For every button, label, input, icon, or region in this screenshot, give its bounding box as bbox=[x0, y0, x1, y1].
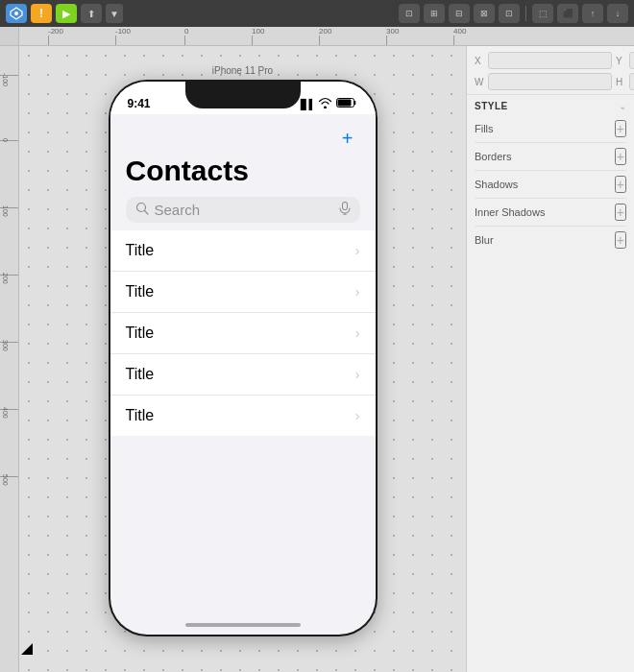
coord-y: Y bbox=[616, 52, 634, 69]
home-indicator bbox=[185, 623, 301, 627]
coord-h: H ⛓ ↻ bbox=[616, 73, 634, 90]
contacts-list: Title › Title › Title › bbox=[110, 230, 376, 436]
search-placeholder: Search bbox=[155, 202, 333, 218]
align-right-btn[interactable]: ⊟ bbox=[449, 4, 470, 23]
contact-title: Title bbox=[126, 242, 155, 259]
wifi-icon bbox=[318, 97, 332, 110]
distribute-h-btn[interactable]: ⊠ bbox=[474, 4, 495, 23]
chevron-right-icon: › bbox=[355, 325, 360, 341]
w-input[interactable] bbox=[488, 73, 612, 90]
phone-mockup-wrapper: iPhone 11 Pro 9:41 ▐▌▌ bbox=[109, 65, 378, 636]
view-dropdown[interactable]: ▼ bbox=[106, 4, 123, 23]
contacts-title: Contacts bbox=[126, 155, 360, 187]
shadows-label: Shadows bbox=[475, 179, 518, 190]
inner-shadows-add-button[interactable]: + bbox=[615, 204, 626, 221]
bring-forward-btn[interactable]: ↑ bbox=[582, 4, 603, 23]
contacts-header: + Contacts Search bbox=[110, 114, 376, 230]
contact-item[interactable]: Title › bbox=[110, 230, 376, 272]
w-label: W bbox=[475, 77, 484, 87]
borders-label: Borders bbox=[475, 151, 512, 162]
align-left-btn[interactable]: ⊡ bbox=[399, 4, 420, 23]
send-backward-btn[interactable]: ↓ bbox=[607, 4, 628, 23]
alert-icon: ! bbox=[39, 7, 43, 20]
contact-title: Title bbox=[126, 283, 155, 300]
app-content: + Contacts Search bbox=[110, 114, 376, 589]
style-title: STYLE bbox=[475, 101, 508, 111]
fills-label: Fills bbox=[475, 123, 494, 134]
chevron-right-icon: › bbox=[355, 367, 360, 382]
phone-bottom-area bbox=[110, 436, 376, 589]
main-area: -100 0 100 200 300 400 500 iPhone 11 Pro… bbox=[0, 46, 634, 672]
battery-icon bbox=[336, 97, 357, 110]
phone-inner: 9:41 ▐▌▌ bbox=[110, 82, 376, 635]
x-input[interactable] bbox=[488, 52, 612, 69]
contact-item[interactable]: Title › bbox=[110, 354, 376, 396]
inner-shadows-row: Inner Shadows + bbox=[475, 199, 626, 227]
microphone-icon bbox=[339, 202, 351, 218]
svg-rect-2 bbox=[338, 100, 352, 107]
toolbar-right: ⊡ ⊞ ⊟ ⊠ ⊡ ⬚ ⬛ ↑ ↓ bbox=[399, 4, 628, 23]
cursor bbox=[21, 643, 33, 655]
share-icon-btn[interactable]: ⬆ bbox=[81, 4, 102, 23]
play-icon-btn[interactable]: ▶ bbox=[56, 4, 77, 23]
contact-title: Title bbox=[126, 366, 155, 383]
x-label: X bbox=[475, 56, 484, 66]
chevron-right-icon: › bbox=[355, 243, 360, 258]
toolbar: ! ▶ ⬆ ▼ ⊡ ⊞ ⊟ ⊠ ⊡ ⬚ ⬛ ↑ ↓ bbox=[0, 0, 634, 27]
contact-item[interactable]: Title › bbox=[110, 396, 376, 436]
distribute-v-btn[interactable]: ⊡ bbox=[499, 4, 520, 23]
status-time: 9:41 bbox=[128, 97, 151, 110]
ruler-horizontal: -200 -100 0 100 200 300 400 bbox=[19, 27, 634, 46]
contacts-top-row: + bbox=[126, 126, 360, 151]
chevron-right-icon: › bbox=[355, 408, 360, 423]
fills-row: Fills + bbox=[475, 115, 626, 143]
ruler-vertical: -100 0 100 200 300 400 500 bbox=[0, 46, 19, 672]
contact-item[interactable]: Title › bbox=[110, 272, 376, 313]
fills-add-button[interactable]: + bbox=[615, 120, 626, 137]
h-input[interactable] bbox=[629, 73, 634, 90]
right-panel: X Y W H ⛓ ↻ STYLE ⌄ bbox=[466, 46, 634, 672]
sketch-icon-btn[interactable] bbox=[6, 4, 27, 23]
search-icon bbox=[135, 202, 149, 218]
phone-notch bbox=[185, 82, 301, 108]
canvas-area[interactable]: iPhone 11 Pro 9:41 ▐▌▌ bbox=[19, 46, 466, 672]
style-header: STYLE ⌄ bbox=[475, 101, 626, 111]
chevron-right-icon: › bbox=[355, 284, 360, 300]
y-input[interactable] bbox=[629, 52, 634, 69]
dropdown-label: ▼ bbox=[110, 9, 119, 19]
search-bar[interactable]: Search bbox=[126, 197, 360, 223]
alert-icon-btn[interactable]: ! bbox=[31, 4, 52, 23]
blur-add-button[interactable]: + bbox=[615, 231, 626, 249]
y-label: Y bbox=[616, 56, 625, 66]
blur-row: Blur + bbox=[475, 227, 626, 253]
coord-x: X bbox=[475, 52, 612, 69]
style-expand-icon[interactable]: ⌄ bbox=[619, 101, 626, 111]
contact-item[interactable]: Title › bbox=[110, 313, 376, 354]
play-icon: ▶ bbox=[62, 8, 70, 20]
ruler-container: -200 -100 0 100 200 300 400 bbox=[0, 27, 634, 46]
borders-row: Borders + bbox=[475, 143, 626, 171]
contact-title: Title bbox=[126, 407, 155, 424]
borders-add-button[interactable]: + bbox=[615, 148, 626, 165]
status-icons: ▐▌▌ bbox=[297, 97, 357, 110]
h-label: H bbox=[616, 77, 625, 87]
style-section: STYLE ⌄ Fills + Borders + Shadows + Inne… bbox=[467, 95, 634, 259]
ruler-corner bbox=[0, 27, 19, 46]
coord-w: W bbox=[475, 73, 612, 90]
blur-label: Blur bbox=[475, 234, 494, 246]
shadows-add-button[interactable]: + bbox=[615, 176, 626, 193]
coords-section: X Y W H ⛓ ↻ bbox=[467, 46, 634, 95]
share-icon: ⬆ bbox=[87, 9, 95, 19]
add-contact-button[interactable]: + bbox=[335, 126, 360, 151]
phone-mockup: 9:41 ▐▌▌ bbox=[109, 80, 378, 636]
toolbar-left: ! ▶ ⬆ ▼ bbox=[6, 4, 123, 23]
contact-title: Title bbox=[126, 324, 155, 342]
align-center-btn[interactable]: ⊞ bbox=[424, 4, 445, 23]
shadows-row: Shadows + bbox=[475, 171, 626, 199]
phone-label: iPhone 11 Pro bbox=[109, 65, 378, 76]
signal-icon: ▐▌▌ bbox=[297, 99, 314, 109]
svg-rect-4 bbox=[342, 203, 347, 210]
inner-shadows-label: Inner Shadows bbox=[475, 206, 545, 218]
group-btn[interactable]: ⬚ bbox=[532, 4, 553, 23]
ungroup-btn[interactable]: ⬛ bbox=[557, 4, 578, 23]
